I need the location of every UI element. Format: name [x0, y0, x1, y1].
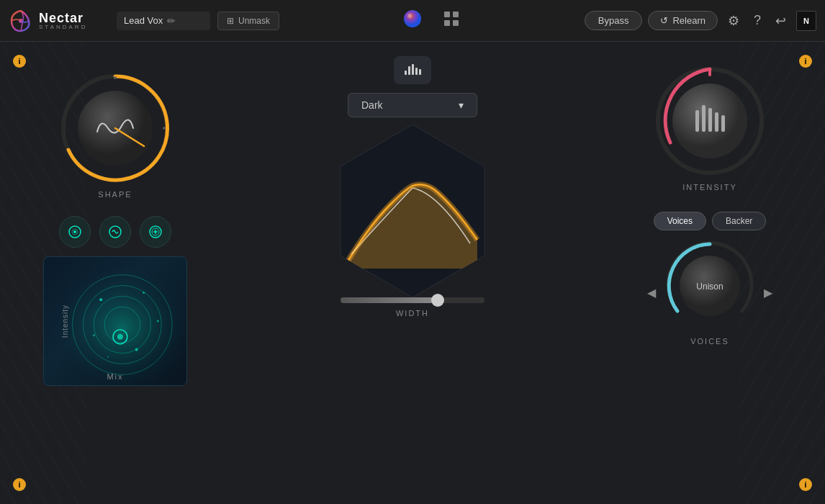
intensity-knob[interactable] [652, 63, 767, 179]
right-controls: Bypass ↺ Relearn ⚙ ? ↩ N [585, 10, 816, 32]
center-panel: Dark ▾ [216, 42, 609, 504]
svg-point-25 [99, 298, 102, 301]
mix-panel[interactable]: Intensity [43, 256, 187, 386]
logo-icon [9, 9, 33, 33]
svg-rect-20 [44, 257, 186, 385]
settings-button[interactable]: ⚙ [723, 10, 744, 32]
voices-knob[interactable]: Unison [663, 239, 757, 333]
logo-area: Nectar STANDARD [9, 9, 109, 33]
main-area: i i i i [0, 42, 825, 504]
svg-rect-37 [419, 69, 421, 75]
width-slider-fill [341, 297, 434, 303]
hex-display [312, 110, 513, 312]
svg-point-2 [407, 14, 412, 18]
preset-area[interactable]: Lead Vox ✏ [117, 12, 210, 30]
header: Nectar STANDARD Lead Vox ✏ ⊞ Unmask [0, 0, 825, 42]
svg-rect-41 [708, 69, 711, 76]
nav-icon-grid[interactable] [438, 6, 464, 35]
svg-point-9 [163, 127, 166, 130]
unmask-grid-icon: ⊞ [227, 16, 234, 26]
svg-point-1 [404, 10, 421, 27]
svg-rect-33 [405, 71, 407, 75]
voices-label: VOICES [690, 337, 729, 346]
help-button[interactable]: ? [749, 10, 765, 31]
unmask-label: Unmask [238, 16, 270, 26]
width-slider[interactable] [341, 297, 484, 303]
relearn-icon: ↺ [660, 15, 668, 26]
info-dot-top-right[interactable]: i [799, 55, 812, 68]
width-slider-thumb[interactable] [431, 294, 444, 307]
intensity-label: INTENSITY [682, 183, 736, 192]
voices-tabs: Voices Backer [654, 212, 767, 230]
svg-rect-45 [708, 108, 712, 132]
logo-subtitle: STANDARD [39, 24, 87, 30]
eq-value: Dark [361, 99, 383, 111]
svg-rect-44 [702, 105, 705, 132]
svg-point-30 [107, 356, 109, 357]
mini-btn-3[interactable] [140, 216, 171, 248]
info-dot-bottom-right[interactable]: i [799, 478, 812, 491]
svg-rect-5 [444, 20, 450, 26]
eq-selector-area: Dark ▾ [230, 56, 595, 117]
relearn-label: Relearn [672, 15, 705, 26]
mini-btn-2[interactable] [99, 216, 131, 248]
svg-point-27 [157, 320, 159, 323]
voices-knob-area: ◀ [647, 239, 772, 346]
svg-point-26 [143, 292, 145, 294]
svg-rect-3 [444, 12, 450, 17]
left-panel: SHAPE [0, 42, 216, 504]
undo-button[interactable]: ↩ [771, 10, 790, 32]
backer-tab[interactable]: Backer [712, 212, 766, 230]
shape-label: SHAPE [98, 190, 132, 199]
intensity-knob-area: INTENSITY [652, 63, 767, 192]
logo-title: Nectar [39, 12, 87, 24]
svg-point-29 [93, 334, 95, 336]
pencil-icon[interactable]: ✏ [167, 15, 176, 27]
svg-text:Unison: Unison [696, 282, 723, 292]
mix-label: Mix [107, 372, 123, 381]
svg-rect-34 [408, 66, 410, 75]
center-nav [287, 6, 577, 35]
voices-tab[interactable]: Voices [654, 212, 706, 230]
right-panel: INTENSITY Voices Backer ◀ [609, 42, 825, 504]
svg-rect-43 [695, 110, 699, 132]
logo-text: Nectar STANDARD [39, 12, 87, 30]
dropdown-arrow-icon: ▾ [459, 99, 464, 111]
svg-rect-4 [453, 12, 459, 17]
eq-icon-button[interactable] [394, 56, 431, 84]
nav-icon-circle[interactable] [400, 6, 425, 35]
mini-btn-1[interactable] [59, 216, 91, 248]
svg-point-28 [135, 348, 138, 351]
relearn-button[interactable]: ↺ Relearn [648, 11, 718, 30]
prev-voice-button[interactable]: ◀ [647, 286, 656, 300]
preset-name: Lead Vox [124, 15, 163, 26]
ni-logo: N [796, 11, 816, 31]
next-voice-button[interactable]: ▶ [764, 286, 772, 300]
svg-point-8 [114, 76, 117, 79]
svg-point-32 [117, 334, 123, 340]
mini-buttons-row [59, 216, 171, 248]
bypass-button[interactable]: Bypass [585, 11, 643, 30]
info-dot-bottom-left[interactable]: i [13, 478, 26, 491]
svg-point-0 [19, 19, 23, 23]
unmask-button[interactable]: ⊞ Unmask [217, 12, 279, 30]
shape-knob[interactable] [58, 71, 173, 186]
voices-knob-wrapper: Unison VOICES [663, 239, 757, 346]
info-dot-top-left[interactable]: i [13, 55, 26, 68]
svg-rect-6 [453, 20, 459, 26]
svg-rect-36 [415, 68, 418, 75]
svg-rect-35 [412, 64, 414, 75]
svg-rect-46 [715, 112, 718, 132]
svg-rect-47 [721, 115, 725, 132]
shape-knob-area: SHAPE [58, 71, 173, 199]
svg-point-14 [73, 230, 76, 233]
